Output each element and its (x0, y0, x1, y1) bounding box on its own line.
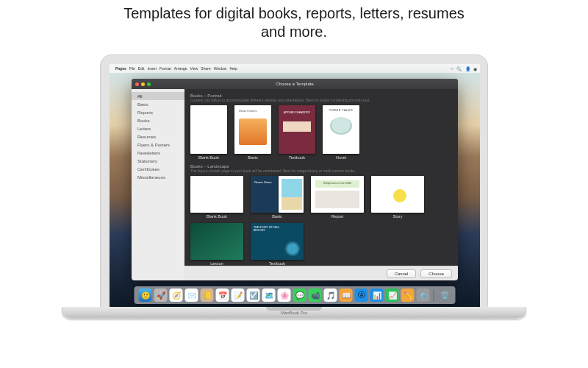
template-basic-landscape[interactable]: Ocean Views Basic (251, 176, 304, 219)
dock-icon-facetime[interactable]: 📹 (309, 289, 322, 302)
section-subtitle-portrait: Content can reflow to accommodate differ… (190, 98, 452, 102)
dock-icon-reminders[interactable]: ☑️ (247, 289, 260, 302)
laptop-frame: Pages File Edit Insert Format Arrange Vi… (62, 54, 526, 319)
dock-icon-trash[interactable]: 🗑️ (438, 289, 451, 302)
dock-icon-keynote[interactable]: 📊 (370, 289, 384, 302)
category-sidebar: All Basic Reports Books Letters Resumes … (132, 89, 184, 280)
window-zoom-button[interactable] (147, 82, 151, 86)
template-novel-portrait[interactable]: THREE TALES Novel (323, 105, 359, 160)
template-thumb (190, 176, 243, 213)
dock-icon-contacts[interactable]: 📒 (201, 289, 214, 302)
section-subtitle-landscape: The layout of each page in your book wil… (190, 169, 452, 173)
sidebar-item-newsletters[interactable]: Newsletters (132, 149, 184, 157)
dock-icon-numbers[interactable]: 📈 (386, 289, 399, 302)
laptop-screen: Pages File Edit Insert Format Arrange Vi… (110, 64, 480, 307)
sidebar-item-all[interactable]: All (132, 92, 184, 100)
template-textbook-landscape[interactable]: THE STUDY OF CELL BIOLOGY Textbook (251, 223, 304, 266)
template-thumb: APPLIED CHEMISTRY (279, 105, 315, 154)
laptop-model-label: MacBook Pro (62, 311, 526, 315)
spotlight-icon[interactable]: 🔍 (456, 67, 462, 71)
template-thumb: Desert Dunes (234, 105, 271, 154)
marketing-caption: Templates for digital books, reports, le… (0, 4, 588, 41)
window-close-button[interactable] (135, 82, 139, 86)
cancel-button[interactable]: Cancel (387, 269, 417, 278)
window-titlebar[interactable]: Choose a Template (132, 79, 458, 89)
choose-button[interactable]: Choose (420, 269, 452, 278)
sidebar-item-stationery[interactable]: Stationery (132, 157, 184, 165)
dock-icon-maps[interactable]: 🗺️ (262, 289, 276, 302)
macos-dock: 🙂 🚀 🧭 ✉️ 📒 📅 📝 ☑️ 🗺️ 🌸 💬 📹 🎵 📖 Ⓐ 📊 📈 ✏️ … (135, 286, 456, 304)
template-report-landscape[interactable]: Elephants in the Wild Report (311, 176, 364, 219)
user-icon[interactable]: 👤 (465, 67, 470, 71)
template-label: Novel (336, 155, 346, 160)
template-label: Report (331, 214, 344, 219)
template-label: Blank Book (198, 155, 219, 160)
template-thumb: Ocean Views (251, 176, 304, 213)
template-story-landscape[interactable]: Story (371, 176, 424, 219)
template-label: Basic (248, 155, 257, 160)
siri-icon[interactable]: ◉ (473, 67, 477, 71)
menubar-status-area: ⌔ 🔍 👤 ◉ (448, 66, 477, 71)
menubar-app-name[interactable]: Pages (115, 66, 126, 71)
template-label: Story (393, 214, 403, 219)
menubar-item-help[interactable]: Help (229, 66, 237, 71)
macos-menubar: Pages File Edit Insert Format Arrange Vi… (110, 64, 480, 73)
sidebar-item-basic[interactable]: Basic (132, 100, 184, 108)
dock-icon-launchpad[interactable]: 🚀 (154, 289, 168, 302)
sidebar-item-certificates[interactable]: Certificates (132, 165, 184, 173)
window-minimize-button[interactable] (141, 82, 145, 86)
window-title: Choose a Template (132, 82, 458, 86)
template-panel: Books – Portrait Content can reflow to a… (184, 89, 458, 280)
sidebar-item-reports[interactable]: Reports (132, 108, 184, 116)
dock-icon-mail[interactable]: ✉️ (185, 289, 198, 302)
template-blank-book-portrait[interactable]: Blank Book (190, 105, 227, 160)
dock-icon-ibooks[interactable]: 📖 (340, 289, 353, 302)
menubar-item-edit[interactable]: Edit (138, 66, 145, 71)
window-footer: Cancel Choose (184, 266, 458, 280)
template-thumb: Elephants in the Wild (311, 176, 364, 213)
template-thumb (190, 105, 227, 154)
dock-icon-photos[interactable]: 🌸 (278, 289, 291, 302)
dock-icon-pages[interactable]: ✏️ (401, 289, 415, 302)
dock-icon-messages[interactable]: 💬 (293, 289, 306, 302)
dock-icon-preferences[interactable]: ⚙️ (417, 289, 430, 302)
wifi-icon[interactable]: ⌔ (451, 67, 453, 71)
dock-icon-calendar[interactable]: 📅 (216, 289, 229, 302)
menubar-item-file[interactable]: File (129, 66, 135, 71)
menubar-item-window[interactable]: Window (214, 66, 227, 71)
template-thumb (190, 223, 243, 260)
menubar-item-view[interactable]: View (190, 66, 198, 71)
sidebar-item-misc[interactable]: Miscellaneous (132, 173, 184, 181)
laptop-base: MacBook Pro (62, 307, 526, 319)
template-textbook-portrait[interactable]: APPLIED CHEMISTRY Textbook (279, 105, 315, 160)
template-scroll-area[interactable]: Books – Portrait Content can reflow to a… (184, 89, 458, 266)
caption-line-2: and more. (261, 24, 327, 40)
dock-icon-finder[interactable]: 🙂 (139, 289, 152, 302)
dock-icon-appstore[interactable]: Ⓐ (355, 289, 368, 302)
template-label: Blank Book (207, 214, 227, 219)
dock-icon-notes[interactable]: 📝 (232, 289, 245, 302)
template-lesson-landscape[interactable]: Lesson (190, 223, 243, 266)
template-thumb: THREE TALES (323, 105, 359, 154)
sidebar-item-letters[interactable]: Letters (132, 124, 184, 132)
sidebar-item-resumes[interactable]: Resumes (132, 132, 184, 141)
template-thumb (371, 176, 424, 213)
template-label: Basic (272, 214, 282, 219)
menubar-item-insert[interactable]: Insert (147, 66, 157, 71)
template-thumb: THE STUDY OF CELL BIOLOGY (251, 223, 304, 260)
template-chooser-window: Choose a Template All Basic Reports Book… (132, 79, 458, 280)
sidebar-item-books[interactable]: Books (132, 116, 184, 124)
menubar-item-format[interactable]: Format (159, 66, 171, 71)
laptop-lid: Pages File Edit Insert Format Arrange Vi… (100, 54, 488, 307)
template-label: Textbook (289, 155, 305, 160)
menubar-item-share[interactable]: Share (201, 66, 210, 71)
sidebar-item-flyers[interactable]: Flyers & Posters (132, 141, 184, 149)
dock-icon-itunes[interactable]: 🎵 (324, 289, 337, 302)
dock-icon-safari[interactable]: 🧭 (170, 289, 183, 302)
menubar-item-arrange[interactable]: Arrange (174, 66, 187, 71)
template-blank-book-landscape[interactable]: Blank Book (190, 176, 243, 219)
template-basic-portrait[interactable]: Desert Dunes Basic (234, 105, 271, 160)
dock-separator (434, 289, 434, 301)
caption-line-1: Templates for digital books, reports, le… (123, 5, 465, 21)
